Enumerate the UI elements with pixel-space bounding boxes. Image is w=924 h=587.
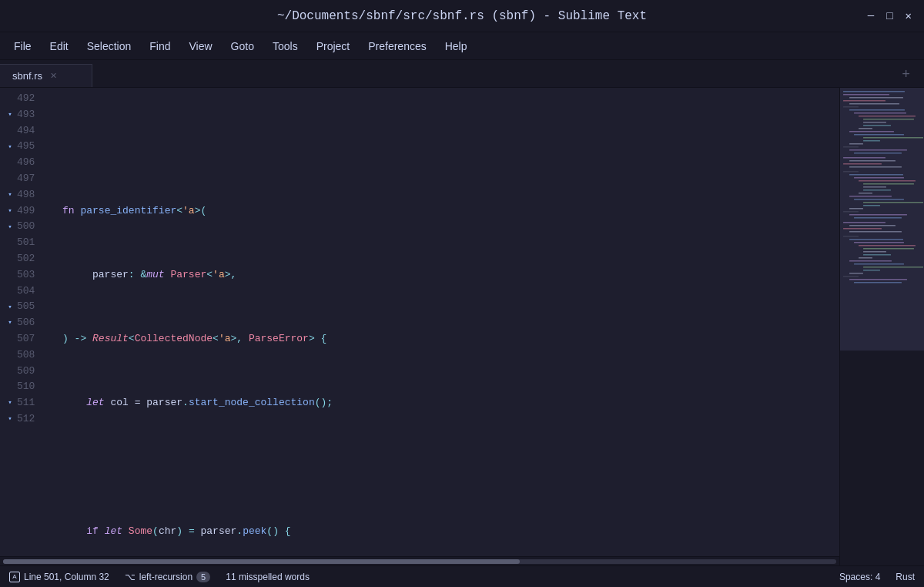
- fold-arrow-508: [6, 350, 14, 361]
- fold-arrow-502: [6, 253, 14, 264]
- line-num-507: 507: [17, 331, 35, 347]
- status-spaces[interactable]: Spaces: 4: [839, 572, 880, 582]
- fold-arrow-511[interactable]: ▾: [6, 397, 14, 408]
- minimap-content: [840, 88, 924, 565]
- status-misspelled[interactable]: 11 misspelled words: [226, 572, 310, 582]
- svg-rect-19: [849, 149, 907, 151]
- fold-arrow-493[interactable]: ▾: [6, 109, 14, 120]
- svg-rect-50: [863, 251, 886, 253]
- svg-rect-31: [863, 190, 891, 191]
- svg-rect-57: [849, 273, 863, 274]
- svg-rect-40: [854, 217, 902, 219]
- code-line-492: [44, 139, 839, 155]
- svg-rect-6: [849, 109, 905, 111]
- svg-rect-24: [849, 166, 902, 168]
- close-button[interactable]: ✕: [906, 11, 912, 22]
- svg-rect-55: [863, 267, 923, 268]
- window-title: ~/Documents/sbnf/src/sbnf.rs (sbnf) - Su…: [277, 9, 647, 23]
- fold-arrow-500[interactable]: ▾: [6, 222, 14, 233]
- svg-rect-26: [849, 174, 903, 176]
- scrollbar-track[interactable]: [3, 559, 836, 564]
- svg-rect-8: [859, 116, 916, 117]
- new-tab-button[interactable]: +: [894, 65, 918, 84]
- fold-arrow-498[interactable]: ▾: [6, 190, 14, 200]
- fold-arrow-507: [6, 334, 14, 344]
- svg-rect-58: [843, 276, 859, 277]
- fold-arrow-495[interactable]: ▾: [6, 142, 14, 153]
- svg-rect-30: [863, 186, 886, 188]
- svg-rect-1: [843, 94, 889, 96]
- status-spell-check[interactable]: A Line 501, Column 32: [9, 572, 109, 582]
- line-num-497: 497: [17, 171, 35, 187]
- svg-rect-32: [859, 193, 872, 194]
- fold-arrow-505[interactable]: ▾: [6, 302, 14, 313]
- svg-rect-9: [863, 119, 914, 120]
- svg-rect-7: [854, 112, 906, 114]
- svg-rect-46: [849, 239, 903, 240]
- menu-view[interactable]: View: [182, 37, 220, 55]
- main-area: 492 ▾493 494 ▾495 496 497 ▾498 ▾499 ▾500…: [0, 88, 924, 565]
- titlebar: ~/Documents/sbnf/src/sbnf.rs (sbnf) - Su…: [0, 0, 924, 32]
- svg-rect-36: [863, 205, 880, 206]
- line-numbers: 492 ▾493 494 ▾495 496 497 ▾498 ▾499 ▾500…: [0, 88, 44, 556]
- fold-arrow-492: [6, 93, 14, 104]
- svg-rect-2: [849, 97, 903, 99]
- svg-rect-29: [863, 183, 914, 185]
- svg-rect-35: [863, 202, 923, 203]
- menu-goto[interactable]: Goto: [223, 37, 262, 55]
- line-num-503: 503: [17, 267, 35, 283]
- fold-arrow-499[interactable]: ▾: [6, 206, 14, 216]
- svg-rect-3: [843, 100, 886, 102]
- misspelled-label: 11 misspelled words: [226, 572, 310, 582]
- svg-rect-51: [863, 254, 891, 256]
- menu-find[interactable]: Find: [142, 37, 178, 55]
- minimize-button[interactable]: ─: [868, 11, 874, 22]
- line-num-498: 498: [17, 187, 35, 203]
- code-line-498: if let Some(chr) = parser.peek() {: [44, 524, 839, 540]
- code-editor[interactable]: 492 ▾493 494 ▾495 496 497 ▾498 ▾499 ▾500…: [0, 88, 839, 565]
- svg-rect-59: [849, 279, 907, 280]
- line-num-495: 495: [17, 139, 35, 155]
- svg-rect-44: [849, 231, 902, 233]
- fold-arrow-509: [6, 366, 14, 377]
- svg-rect-28: [859, 180, 916, 182]
- menu-edit[interactable]: Edit: [42, 37, 76, 55]
- fold-arrow-506[interactable]: ▾: [6, 317, 14, 328]
- horizontal-scrollbar[interactable]: [0, 556, 839, 565]
- menu-selection[interactable]: Selection: [79, 37, 139, 55]
- status-position: Line 501, Column 32: [24, 572, 109, 582]
- svg-rect-5: [843, 106, 859, 108]
- line-num-502: 502: [17, 251, 35, 267]
- line-num-508: 508: [17, 347, 35, 364]
- tab-sbnf-rs[interactable]: sbnf.rs ✕: [0, 64, 92, 87]
- line-num-500: 500: [17, 219, 35, 235]
- svg-rect-11: [863, 125, 891, 126]
- status-recursion[interactable]: ⌥ left-recursion 5: [125, 572, 210, 582]
- menu-tools[interactable]: Tools: [265, 37, 306, 55]
- svg-rect-49: [863, 248, 914, 250]
- fold-arrow-504: [6, 286, 14, 297]
- svg-rect-13: [849, 131, 894, 132]
- line-num-506: 506: [17, 315, 35, 331]
- fold-arrow-512[interactable]: ▾: [6, 414, 14, 424]
- line-num-499: 499: [17, 203, 35, 220]
- svg-rect-54: [854, 263, 904, 265]
- status-syntax[interactable]: Rust: [896, 572, 915, 582]
- code-content[interactable]: fn parse_identifier<'a>( parser: &mut Pa…: [44, 88, 839, 556]
- fold-arrow-496: [6, 157, 14, 168]
- menu-preferences[interactable]: Preferences: [360, 37, 434, 55]
- tab-close-button[interactable]: ✕: [50, 71, 57, 81]
- svg-rect-52: [859, 257, 872, 259]
- menu-project[interactable]: Project: [309, 37, 358, 55]
- line-num-494: 494: [17, 123, 35, 139]
- scrollbar-thumb[interactable]: [3, 559, 520, 564]
- fold-arrow-503: [6, 270, 14, 280]
- code-line-497: [44, 459, 839, 475]
- maximize-button[interactable]: □: [886, 11, 892, 22]
- menu-file[interactable]: File: [6, 37, 39, 55]
- tab-label: sbnf.rs: [12, 70, 42, 82]
- menu-help[interactable]: Help: [437, 37, 475, 55]
- line-num-505: 505: [17, 299, 35, 315]
- fold-arrow-494: [6, 126, 14, 136]
- svg-rect-33: [849, 196, 892, 197]
